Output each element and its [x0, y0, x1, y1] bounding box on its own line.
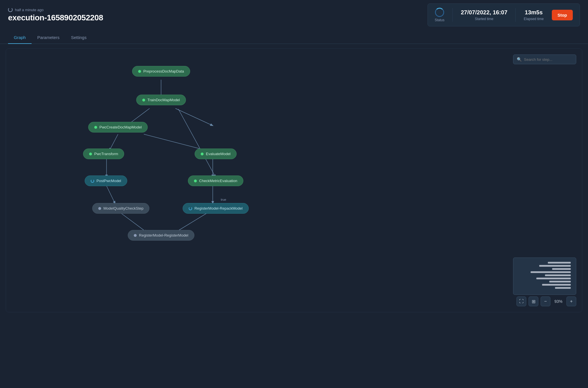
mini-line-9	[555, 287, 571, 289]
edge-label-true: true	[221, 198, 226, 201]
execution-title: execution-1658902052208	[8, 13, 103, 22]
node-pwccreate-label: PwcCreateDocMapModel	[99, 125, 142, 129]
node-checkmetric[interactable]: CheckMetricEvaluation	[188, 176, 243, 186]
refresh-icon	[8, 7, 13, 12]
svg-line-11	[175, 213, 207, 232]
dot-checkmetric	[194, 180, 197, 182]
mini-line-8	[542, 284, 571, 286]
mini-map-content	[513, 258, 576, 293]
tab-settings[interactable]: Settings	[65, 32, 92, 44]
mini-map	[513, 258, 576, 295]
dot-preprocess	[138, 70, 141, 73]
mini-line-6	[536, 278, 571, 279]
node-pwctransform[interactable]: PwcTransform	[83, 149, 124, 159]
dot-registerrepack	[189, 207, 192, 210]
left-header: half a minute ago execution-165890205220…	[8, 7, 103, 22]
node-postpwc-label: PostPwcModel	[96, 179, 121, 183]
divider-1	[452, 8, 453, 22]
mini-line-3	[552, 268, 571, 270]
mini-line-5	[545, 274, 571, 276]
mini-line-1	[548, 262, 571, 264]
graph-controls: ⛶ ⊞ − 93% +	[517, 297, 576, 306]
svg-line-3	[178, 109, 216, 177]
status-item-spinner: Status	[435, 8, 444, 22]
dot-pwccreate	[94, 126, 97, 129]
node-evaluate-label: EvaluateModel	[206, 152, 231, 156]
mini-line-2	[539, 265, 571, 267]
status-spinner-icon	[435, 8, 444, 17]
node-preprocess[interactable]: PreprocessDocMapData	[132, 66, 190, 77]
graph-area: PreprocessDocMapData TrainDocMapModel Pw…	[6, 48, 582, 312]
node-modelquality-label: ModelQualityCheckStep	[103, 206, 143, 210]
svg-line-2	[175, 108, 213, 126]
search-box[interactable]: 🔍	[513, 54, 576, 64]
node-preprocess-label: PreprocessDocMapData	[143, 69, 184, 73]
svg-line-4	[109, 134, 118, 151]
node-registermodel-label: RegisterModel-RegisterModel	[139, 233, 188, 237]
divider-2	[515, 8, 516, 22]
dot-evaluate	[201, 153, 204, 155]
started-time-item: 27/07/2022, 16:07 Started time	[461, 9, 507, 21]
node-checkmetric-label: CheckMetricEvaluation	[199, 179, 237, 183]
svg-line-10	[121, 213, 147, 232]
zoom-level: 93%	[553, 299, 564, 304]
node-train-label: TrainDocMapModel	[148, 98, 180, 102]
node-pwccreate[interactable]: PwcCreateDocMapModel	[88, 122, 148, 132]
status-label: Status	[435, 18, 444, 22]
elapsed-time-label: Elapsed time	[524, 17, 543, 21]
refresh-row: half a minute ago	[8, 7, 103, 12]
node-modelquality[interactable]: ModelQualityCheckStep	[92, 203, 149, 214]
mini-line-7	[549, 281, 571, 282]
node-registerrepack-label: RegisterModel-RepackModel	[194, 206, 243, 210]
elapsed-time-value: 13m5s	[525, 9, 543, 16]
dot-modelquality	[98, 207, 101, 210]
node-registerrepack[interactable]: RegisterModel-RepackModel	[183, 203, 249, 214]
tabs-row: Graph Parameters Settings	[0, 32, 588, 44]
refresh-time: half a minute ago	[15, 8, 44, 12]
started-time-value: 27/07/2022, 16:07	[461, 9, 507, 16]
zoom-out-button[interactable]: −	[541, 297, 550, 306]
node-postpwc[interactable]: PostPwcModel	[85, 176, 127, 186]
started-time-label: Started time	[475, 17, 494, 21]
fit-view-button[interactable]: ⛶	[517, 297, 526, 306]
top-bar: half a minute ago execution-165890205220…	[0, 0, 588, 26]
dot-postpwc	[91, 179, 94, 183]
elapsed-time-item: 13m5s Elapsed time	[524, 9, 543, 21]
layout-button[interactable]: ⊞	[529, 297, 538, 306]
dot-train	[142, 99, 145, 102]
zoom-in-button[interactable]: +	[566, 297, 576, 306]
search-icon: 🔍	[517, 57, 522, 62]
svg-line-8	[107, 186, 115, 204]
status-panel: Status 27/07/2022, 16:07 Started time 13…	[428, 3, 580, 26]
node-train[interactable]: TrainDocMapModel	[136, 95, 186, 105]
search-input[interactable]	[524, 57, 572, 62]
mini-line-4	[531, 271, 571, 273]
node-evaluate[interactable]: EvaluateModel	[195, 149, 237, 159]
dot-registermodel	[134, 234, 137, 237]
tab-graph[interactable]: Graph	[8, 32, 32, 44]
tab-parameters[interactable]: Parameters	[32, 32, 65, 44]
node-pwctransform-label: PwcTransform	[94, 152, 118, 156]
svg-line-5	[144, 134, 207, 151]
dot-pwctransform	[89, 153, 92, 155]
stop-button[interactable]: Stop	[552, 10, 573, 20]
node-registermodel[interactable]: RegisterModel-RegisterModel	[128, 230, 194, 241]
